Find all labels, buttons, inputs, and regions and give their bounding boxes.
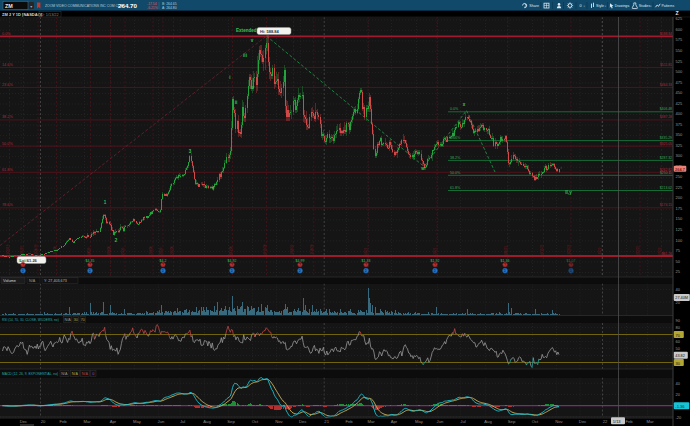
- svg-text:i: i: [229, 75, 230, 80]
- svg-text:6/16/20: 6/16/20: [170, 246, 174, 256]
- svg-text:N/A: N/A: [65, 318, 72, 322]
- svg-text:ZM: ZM: [5, 3, 13, 9]
- svg-text:Jun: Jun: [158, 419, 165, 424]
- svg-text:A: 264.80: A: 264.80: [162, 6, 177, 10]
- svg-text:40: 40: [676, 287, 681, 292]
- svg-text:10/15/21: 10/15/21: [540, 244, 544, 256]
- svg-text:8/30/21: 8/30/21: [504, 246, 508, 256]
- svg-text:Patterns: Patterns: [662, 4, 675, 8]
- svg-text:Hi: 588.84: Hi: 588.84: [260, 29, 279, 34]
- svg-text:Feb: Feb: [345, 419, 353, 424]
- svg-text:$61.26: $61.26: [662, 252, 672, 256]
- svg-text:1/13: 1/13: [613, 419, 622, 424]
- svg-text:?: ?: [231, 263, 233, 267]
- svg-text:$387.28: $387.28: [660, 115, 672, 119]
- svg-text:12/24/19: 12/24/19: [34, 244, 38, 256]
- svg-text:50: 50: [676, 346, 681, 351]
- svg-text:75: 75: [676, 248, 681, 253]
- svg-text:550: 550: [676, 48, 683, 53]
- svg-text:w: w: [420, 166, 425, 171]
- svg-text:11/18/20: 11/18/20: [290, 244, 294, 256]
- svg-text:$325.05: $325.05: [660, 142, 672, 146]
- svg-text:Aug: Aug: [203, 419, 211, 424]
- svg-text:Aug: Aug: [484, 419, 492, 424]
- svg-text:Sep: Sep: [227, 419, 235, 424]
- svg-text:II,y: II,y: [565, 190, 572, 195]
- svg-text:20: 20: [676, 392, 681, 397]
- svg-text:Sep: Sep: [508, 419, 516, 424]
- svg-text:$511.81: $511.81: [660, 63, 672, 67]
- svg-text:80: 80: [676, 325, 681, 330]
- svg-text:Jul: Jul: [180, 419, 185, 424]
- svg-text:Mar: Mar: [367, 419, 375, 424]
- svg-text:0: 0: [580, 4, 582, 8]
- svg-text:Style: Style: [596, 4, 604, 8]
- svg-text:22: 22: [603, 419, 608, 424]
- svg-text:8/31/20: 8/31/20: [229, 246, 233, 256]
- svg-text:5/13/20: 5/13/20: [149, 246, 153, 256]
- svg-text:3/23/20: 3/23/20: [107, 246, 111, 256]
- svg-text:43.82: 43.82: [675, 354, 685, 358]
- svg-text:$1.92: $1.92: [431, 259, 440, 263]
- svg-text:D: 1/13/22: D: 1/13/22: [41, 13, 59, 17]
- svg-text:N/A: N/A: [29, 279, 36, 283]
- svg-text:?: ?: [299, 263, 301, 267]
- svg-text:50.0%: 50.0%: [2, 142, 13, 146]
- svg-text:-20: -20: [676, 415, 683, 420]
- svg-text:Dec: Dec: [299, 419, 306, 424]
- svg-text:?: ?: [365, 263, 367, 267]
- svg-text:11/26/19: 11/26/19: [6, 244, 10, 256]
- svg-text:38.2%: 38.2%: [450, 156, 461, 160]
- svg-text:1: 1: [104, 200, 107, 205]
- svg-text:70: 70: [676, 333, 681, 338]
- svg-text:?: ?: [162, 263, 164, 267]
- svg-text:450: 450: [676, 90, 683, 95]
- svg-text:175: 175: [676, 206, 683, 211]
- svg-text:100: 100: [676, 238, 683, 243]
- svg-text:$464.33: $464.33: [660, 83, 672, 87]
- svg-text:125: 125: [676, 227, 683, 232]
- svg-text:$406.48: $406.48: [660, 107, 672, 111]
- svg-text:38.2%: 38.2%: [2, 115, 13, 119]
- svg-text:575: 575: [676, 37, 683, 42]
- svg-text:Studies: Studies: [639, 4, 651, 8]
- svg-text:70: 70: [81, 318, 85, 322]
- svg-text:$4.2: $4.2: [160, 259, 167, 263]
- svg-text:150: 150: [676, 216, 683, 221]
- svg-text:$287.32: $287.32: [660, 156, 672, 160]
- svg-text:$1.33: $1.33: [362, 259, 371, 263]
- svg-text:225: 225: [676, 185, 683, 190]
- svg-text:MACD (12, 26, 9, EXPONENTIAL,: MACD (12, 26, 9, EXPONENTIAL, no): [2, 372, 58, 376]
- svg-text:264.7: 264.7: [675, 167, 685, 172]
- svg-text:10/19/20: 10/19/20: [263, 244, 267, 256]
- svg-text:61.8%: 61.8%: [2, 168, 13, 172]
- svg-text:?: ?: [504, 263, 506, 267]
- svg-text:Mar: Mar: [83, 419, 91, 424]
- svg-text:Feb: Feb: [59, 419, 67, 424]
- svg-text:Y: 27,403,673: Y: 27,403,673: [44, 279, 67, 283]
- svg-text:78.6%: 78.6%: [2, 203, 13, 207]
- svg-text:350: 350: [676, 132, 683, 137]
- svg-text:May: May: [133, 419, 142, 424]
- svg-text:N/A: N/A: [82, 372, 89, 376]
- svg-text:3: 3: [189, 149, 192, 154]
- svg-text:Apr: Apr: [391, 419, 398, 424]
- svg-text:$335.29: $335.29: [660, 136, 672, 140]
- svg-text:11/22/21: 11/22/21: [567, 244, 571, 256]
- svg-text:?: ?: [22, 263, 24, 267]
- svg-text:0: 0: [92, 372, 94, 376]
- svg-text:iii: iii: [243, 53, 247, 58]
- svg-text:2: 2: [115, 238, 118, 243]
- svg-text:625: 625: [676, 16, 683, 21]
- svg-text:?: ?: [570, 263, 572, 267]
- svg-text:14.6%: 14.6%: [2, 63, 13, 67]
- svg-text:?: ?: [89, 263, 91, 267]
- svg-text:$174.15: $174.15: [660, 203, 672, 207]
- svg-text:600: 600: [676, 27, 683, 32]
- svg-text:Mar: Mar: [646, 419, 654, 424]
- svg-text:500: 500: [676, 69, 683, 74]
- svg-text:525: 525: [676, 59, 683, 64]
- svg-text:0.0%: 0.0%: [450, 107, 459, 111]
- svg-text:$4.92: $4.92: [228, 259, 237, 263]
- svg-text:61.8%: 61.8%: [450, 186, 461, 190]
